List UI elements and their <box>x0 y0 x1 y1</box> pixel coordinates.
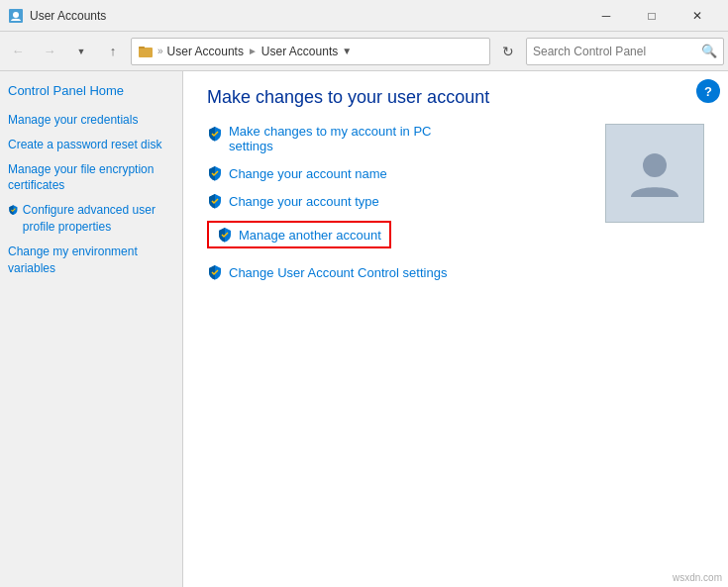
breadcrumb-chevron1: » <box>157 46 163 56</box>
content-title: Make changes to your user account <box>207 87 704 108</box>
shield-icon-manage <box>217 227 233 243</box>
maximize-button[interactable]: □ <box>629 0 675 32</box>
address-box[interactable]: » User Accounts ► User Accounts ▼ <box>131 38 490 65</box>
svg-rect-2 <box>139 48 153 57</box>
help-button[interactable]: ? <box>696 79 720 103</box>
close-button[interactable]: ✕ <box>675 0 720 32</box>
watermark: wsxdn.com <box>673 572 722 583</box>
main-layout: Control Panel Home Manage your credentia… <box>0 71 728 587</box>
change-type-label: Change your account type <box>229 194 379 209</box>
sidebar-item-manage-credentials[interactable]: Manage your credentials <box>8 112 174 129</box>
breadcrumb-arrow: ► <box>248 46 258 56</box>
user-avatar <box>605 124 704 223</box>
window-icon <box>8 8 24 24</box>
uac-settings-link[interactable]: Change User Account Control settings <box>207 264 566 280</box>
address-dropdown-arrow[interactable]: ▼ <box>342 46 352 56</box>
search-box[interactable]: 🔍 <box>526 38 724 65</box>
sidebar-home-link[interactable]: Control Panel Home <box>8 83 174 98</box>
breadcrumb-item2[interactable]: User Accounts <box>261 45 338 58</box>
svg-rect-3 <box>139 47 145 49</box>
pc-settings-link[interactable]: Make changes to my account in PC setting… <box>207 124 566 153</box>
shield-icon-advanced <box>8 202 19 218</box>
change-name-label: Change your account name <box>229 166 387 181</box>
svg-point-4 <box>643 153 667 177</box>
pc-settings-text: Make changes to my account in PC setting… <box>229 124 432 153</box>
avatar-icon <box>625 144 684 203</box>
sidebar-item-advanced-label[interactable]: Configure advanced user profile properti… <box>23 202 174 236</box>
manage-account-wrapper: Manage another account <box>207 221 566 256</box>
breadcrumb-item1[interactable]: User Accounts <box>167 45 244 58</box>
svg-point-1 <box>13 12 19 18</box>
manage-account-link[interactable]: Manage another account <box>207 221 391 248</box>
back-button[interactable]: ← <box>4 38 32 65</box>
refresh-button[interactable]: ↻ <box>494 38 522 65</box>
change-account-type-link[interactable]: Change your account type <box>207 193 566 209</box>
search-icon: 🔍 <box>701 44 717 58</box>
content-links: Make changes to my account in PC setting… <box>207 124 704 292</box>
shield-icon-name <box>207 165 223 181</box>
addressbar: ← → ▼ ↑ » User Accounts ► User Accounts … <box>0 32 728 71</box>
sidebar-item-file-encryption[interactable]: Manage your file encryption certificates <box>8 161 174 195</box>
sidebar-item-environment-vars[interactable]: Change my environment variables <box>8 244 174 277</box>
manage-account-label: Manage another account <box>239 228 381 243</box>
titlebar: User Accounts ─ □ ✕ <box>0 0 728 32</box>
search-input[interactable] <box>533 45 697 58</box>
folder-icon <box>138 44 154 59</box>
change-account-name-link[interactable]: Change your account name <box>207 165 566 181</box>
up-button[interactable]: ↑ <box>99 38 127 65</box>
shield-icon-type <box>207 193 223 209</box>
sidebar-item-password-reset[interactable]: Create a password reset disk <box>8 137 174 153</box>
uac-settings-label: Change User Account Control settings <box>229 265 447 280</box>
shield-icon-uac <box>207 264 223 280</box>
window-controls: ─ □ ✕ <box>583 0 720 32</box>
shield-icon-pc <box>207 126 223 142</box>
forward-button[interactable]: → <box>36 38 63 65</box>
links-left: Make changes to my account in PC setting… <box>207 124 566 292</box>
content-area: ? Make changes to your user account Make… <box>183 71 728 587</box>
minimize-button[interactable]: ─ <box>583 0 629 32</box>
sidebar: Control Panel Home Manage your credentia… <box>0 71 183 587</box>
sidebar-item-advanced-profile[interactable]: Configure advanced user profile properti… <box>8 202 174 236</box>
dropdown-button[interactable]: ▼ <box>67 38 95 65</box>
window-title: User Accounts <box>30 9 583 23</box>
